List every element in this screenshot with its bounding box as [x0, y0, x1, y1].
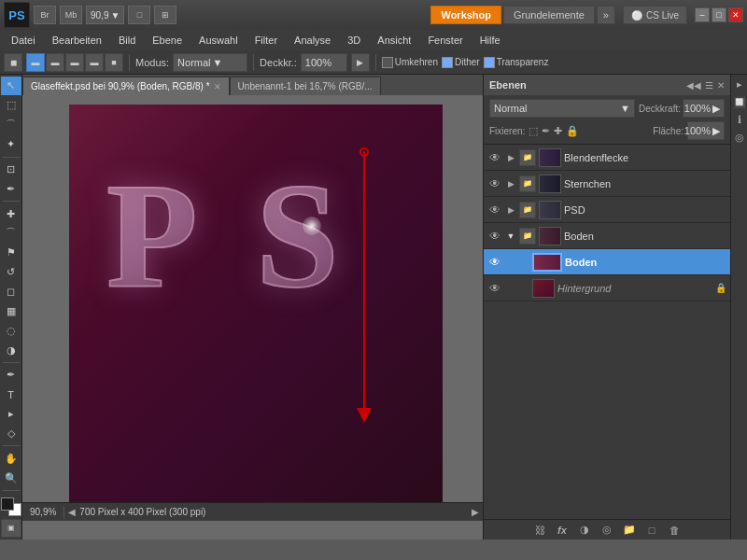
flaeche-value[interactable]: 100% ▶ [687, 121, 725, 140]
layer-link-icon[interactable]: ⛓ [530, 523, 549, 538]
screen-mode-toggle[interactable]: ▣ [1, 519, 21, 538]
text-tool[interactable]: T [1, 385, 21, 404]
layer-mask-icon[interactable]: ◑ [575, 523, 594, 538]
workshop-tab[interactable]: Workshop [430, 6, 501, 24]
brush-size-icon[interactable]: ◼ [4, 53, 22, 72]
blend-mode-select[interactable]: Normal ▼ [489, 99, 635, 118]
menu-ebene[interactable]: Ebene [145, 33, 190, 48]
layer-visibility-icon[interactable]: 👁 [487, 176, 502, 191]
right-panel-icon-4[interactable]: ◎ [735, 132, 744, 144]
bridge-icon[interactable]: Br [34, 6, 56, 24]
menu-hilfe[interactable]: Hilfe [472, 33, 508, 48]
layer-expand-icon[interactable]: ▶ [505, 204, 516, 216]
brush-mode-3[interactable]: ▬ [65, 53, 84, 72]
dodge-tool[interactable]: ◑ [1, 341, 21, 359]
layer-visibility-icon[interactable]: 👁 [487, 203, 502, 217]
layer-group-btn[interactable]: 📁 [620, 523, 639, 538]
menu-ansicht[interactable]: Ansicht [370, 33, 418, 48]
fix-icon-3[interactable]: ✚ [554, 125, 562, 137]
layer-visibility-icon[interactable]: 👁 [487, 281, 502, 296]
doc-tab-1[interactable]: Glaseffekt.psd bei 90,9% (Boden, RGB/8) … [22, 77, 230, 95]
layer-expand-icon[interactable] [505, 257, 516, 268]
fix-icon-2[interactable]: ✒ [542, 125, 550, 137]
layer-row[interactable]: 👁 ▶ 📁 Sternchen [484, 171, 730, 197]
brush-mode-4[interactable]: ▬ [85, 53, 104, 72]
layer-row[interactable]: 👁 ▼ 📁 Boden [484, 223, 730, 249]
blur-tool[interactable]: ◌ [1, 321, 21, 340]
right-panel-icon-1[interactable]: ▸ [737, 78, 742, 91]
layer-visibility-icon[interactable]: 👁 [487, 255, 502, 270]
menu-fenster[interactable]: Fenster [420, 33, 470, 48]
minimize-button[interactable]: – [695, 7, 710, 22]
menu-bild[interactable]: Bild [111, 33, 143, 48]
umkehren-checkbox[interactable] [382, 57, 393, 68]
layer-adjustment-icon[interactable]: ◎ [598, 523, 616, 538]
menu-datei[interactable]: Datei [4, 33, 43, 48]
zoom-tool[interactable]: 🔍 [1, 469, 21, 487]
layer-expand-icon[interactable]: ▶ [505, 178, 516, 189]
layer-new-icon[interactable]: □ [642, 523, 661, 538]
clone-tool[interactable]: ⚑ [1, 244, 21, 262]
move-tool[interactable]: ↖ [1, 77, 21, 95]
fix-icon-1[interactable]: ⬚ [529, 125, 538, 137]
menu-filter[interactable]: Filter [247, 33, 285, 48]
mini-icon[interactable]: Mb [60, 6, 82, 24]
layer-row-selected[interactable]: 👁 Boden [484, 249, 730, 275]
maximize-button[interactable]: □ [712, 7, 726, 22]
layer-fx-icon[interactable]: fx [553, 523, 571, 538]
layer-row[interactable]: 👁 ▶ 📁 Blendenflecke [484, 145, 730, 171]
marquee-tool[interactable]: ⬚ [1, 96, 21, 115]
gradient-tool[interactable]: ▦ [1, 301, 21, 320]
deckkraft-input[interactable]: 100% [301, 53, 347, 72]
layers-close-icon[interactable]: ✕ [717, 80, 725, 91]
hand-tool[interactable]: ✋ [1, 449, 21, 468]
healing-tool[interactable]: ✚ [1, 204, 21, 223]
menu-auswahl[interactable]: Auswahl [191, 33, 246, 48]
doc-tab-1-close[interactable]: ✕ [214, 82, 221, 91]
arrangement-icon[interactable]: ⊞ [154, 6, 176, 24]
screen-mode-icon[interactable]: □ [128, 6, 150, 24]
size-dropdown[interactable]: 90,9 ▼ [86, 6, 124, 24]
canvas-content[interactable]: P S 90,9% ◀ 700 Pixel x 400 Pixel (300 p… [22, 95, 483, 521]
eyedropper-tool[interactable]: ✒ [1, 179, 21, 198]
path-selection-tool[interactable]: ▸ [1, 405, 21, 424]
layer-row[interactable]: 👁 Hintergrund 🔒 [484, 275, 730, 301]
layer-visibility-icon[interactable]: 👁 [487, 150, 502, 165]
status-left-arrow[interactable]: ◀ [68, 507, 76, 517]
transparenz-checkbox[interactable] [484, 57, 495, 68]
crop-tool[interactable]: ⊡ [1, 160, 21, 178]
layer-expand-icon[interactable]: ▼ [505, 231, 516, 242]
menu-3d[interactable]: 3D [340, 33, 368, 48]
grundelemente-tab[interactable]: Grundelemente [503, 6, 595, 24]
foreground-color[interactable] [1, 497, 14, 511]
layers-menu-icon[interactable]: ☰ [705, 80, 713, 91]
brush-mode-1[interactable]: ▬ [26, 53, 45, 72]
shape-tool[interactable]: ◇ [1, 425, 21, 443]
color-swatches[interactable] [1, 497, 21, 516]
menu-bearbeiten[interactable]: Bearbeiten [45, 33, 109, 48]
modus-select[interactable]: Normal ▼ [173, 53, 247, 72]
brush-tool[interactable]: ⌒ [1, 224, 21, 243]
layer-expand-icon[interactable]: ▶ [505, 152, 516, 163]
brush-mode-5[interactable]: ■ [105, 53, 123, 72]
deckkraft-arrow[interactable]: ▶ [351, 53, 370, 72]
layers-collapse-icon[interactable]: ◀◀ [686, 80, 701, 91]
layer-row[interactable]: 👁 ▶ 📁 PSD [484, 197, 730, 223]
brush-mode-2[interactable]: ▬ [46, 53, 64, 72]
deckkraft-value[interactable]: 100% ▶ [683, 99, 725, 118]
magic-wand-tool[interactable]: ✦ [1, 135, 21, 154]
doc-tab-2[interactable]: Unbenannt-1 bei 16,7% (RGB/... [230, 77, 381, 95]
cs-live-button[interactable]: ⚪ CS Live [623, 6, 687, 24]
right-panel-icon-2[interactable]: 🔲 [733, 96, 746, 108]
status-right-arrow[interactable]: ▶ [472, 507, 479, 517]
close-button[interactable]: ✕ [728, 7, 743, 22]
pen-tool[interactable]: ✒ [1, 366, 21, 385]
eraser-tool[interactable]: ◻ [1, 283, 21, 301]
layer-visibility-icon[interactable]: 👁 [487, 229, 502, 244]
fix-icon-4[interactable]: 🔒 [566, 125, 579, 137]
dither-checkbox[interactable] [442, 57, 453, 68]
right-panel-icon-3[interactable]: ℹ [738, 114, 741, 126]
history-tool[interactable]: ↺ [1, 263, 21, 282]
more-workspaces[interactable]: » [597, 6, 615, 24]
menu-analyse[interactable]: Analyse [287, 33, 338, 48]
